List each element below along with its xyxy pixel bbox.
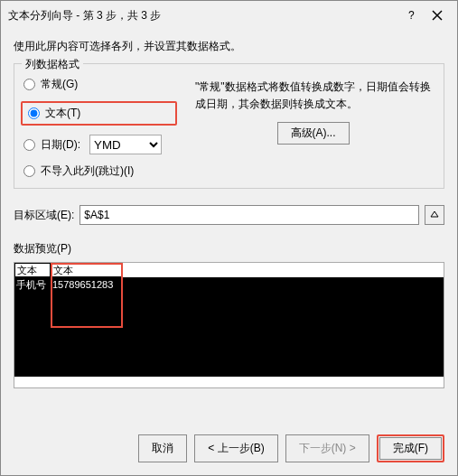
radio-text[interactable]: 文本(T): [28, 106, 80, 121]
dialog-title: 文本分列向导 - 第 3 步，共 3 步: [8, 8, 399, 23]
preview-header-1: 文本: [14, 263, 51, 277]
preview-cell-1-1: 手机号: [14, 277, 51, 292]
next-button: 下一步(N) >: [285, 434, 369, 462]
radio-text-label: 文本(T): [45, 106, 80, 121]
up-arrow-icon: [430, 210, 439, 219]
radio-skip-label: 不导入此列(跳过)(I): [41, 163, 134, 179]
destination-input[interactable]: [79, 205, 419, 225]
range-picker-button[interactable]: [425, 205, 444, 225]
close-button[interactable]: [425, 6, 450, 24]
radio-general[interactable]: 常规(G): [23, 77, 177, 92]
radio-date-label: 日期(D):: [41, 137, 80, 153]
radio-general-label: 常规(G): [41, 77, 78, 92]
svg-text:?: ?: [408, 10, 415, 21]
preview-header-2: 文本: [51, 263, 123, 277]
preview-cell-1-2: 15789651283: [51, 277, 123, 292]
finish-button[interactable]: 完成(F): [379, 437, 442, 460]
preview-area[interactable]: 文本 文本 手机号 15789651283: [14, 262, 444, 388]
destination-label: 目标区域(E):: [14, 208, 74, 223]
advanced-button[interactable]: 高级(A)...: [277, 122, 350, 145]
format-description: "常规"数据格式将数值转换成数字，日期值会转换成日期，其余数据则转换成文本。: [195, 79, 431, 113]
help-button[interactable]: ?: [399, 6, 425, 24]
preview-label: 数据预览(P): [14, 241, 444, 257]
radio-skip[interactable]: 不导入此列(跳过)(I): [23, 163, 177, 179]
group-title: 列数据格式: [22, 57, 83, 72]
radio-date[interactable]: 日期(D): YMD: [23, 135, 177, 154]
date-format-select[interactable]: YMD: [89, 135, 162, 154]
cancel-button[interactable]: 取消: [138, 434, 187, 462]
back-button[interactable]: < 上一步(B): [194, 434, 277, 462]
instruction-text: 使用此屏内容可选择各列，并设置其数据格式。: [14, 39, 444, 54]
